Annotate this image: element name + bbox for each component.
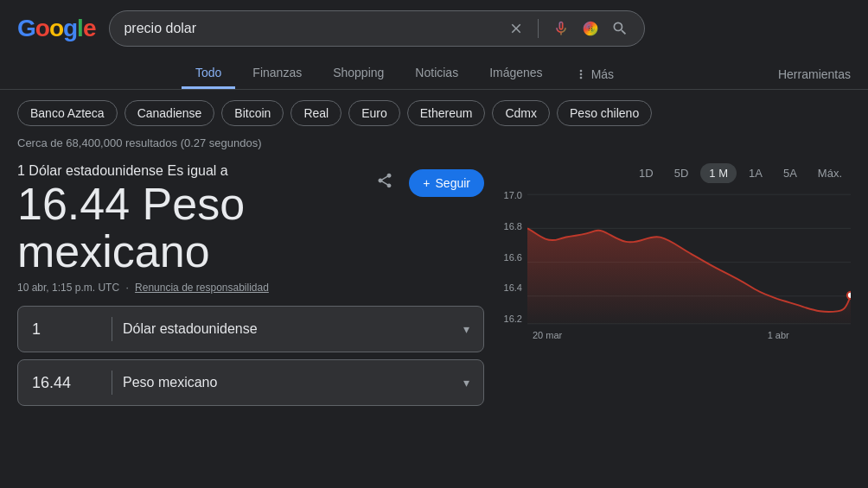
conversion-label: 1 Dólar estadounidense Es igual a 16.44 … [17, 163, 269, 306]
x-label-20mar: 20 mar [533, 330, 562, 340]
time-1d-button[interactable]: 1D [630, 163, 662, 183]
chip-real[interactable]: Real [290, 100, 341, 126]
filter-chips: Banco Azteca Canadiense Bitcoin Real Eur… [0, 90, 868, 136]
google-logo: Google [17, 15, 95, 42]
conversion-value-line1: 16.44 Peso [17, 181, 269, 228]
y-label-4: 16.2 [501, 314, 522, 324]
chip-ethereum[interactable]: Ethereum [407, 100, 486, 126]
tab-todo[interactable]: Todo [182, 59, 235, 89]
header: Google precio dolar [0, 0, 868, 47]
tab-more[interactable]: Más [560, 60, 628, 88]
time-1m-button[interactable]: 1 M [700, 163, 737, 183]
conversion-panel: 1 Dólar estadounidense Es igual a 16.44 … [17, 163, 484, 413]
time-5a-button[interactable]: 5A [775, 163, 806, 183]
search-input[interactable]: precio dolar [124, 21, 498, 36]
time-5d-button[interactable]: 5D [666, 163, 698, 183]
main-card: 1 Dólar estadounidense Es igual a 16.44 … [17, 163, 851, 413]
to-amount-input[interactable]: 16.44 [32, 374, 101, 392]
tab-imagenes[interactable]: Imágenes [475, 59, 556, 89]
chart-panel: 1D 5D 1 M 1A 5A Máx. 17.0 16.8 16.6 16.4… [501, 163, 851, 413]
price-chart [527, 190, 851, 328]
time-max-button[interactable]: Máx. [809, 163, 851, 183]
chevron-down-icon-2: ▾ [463, 376, 469, 390]
y-label-3: 16.4 [501, 282, 522, 293]
converter-divider-1 [112, 317, 112, 341]
conversion-value-line2: mexicano [17, 228, 269, 276]
chip-canadiense[interactable]: Canadiense [124, 100, 215, 126]
follow-button[interactable]: + Seguir [409, 169, 484, 197]
tab-shopping[interactable]: Shopping [319, 59, 398, 89]
chip-bitcoin[interactable]: Bitcoin [221, 100, 284, 126]
chip-peso-chileno[interactable]: Peso chileno [557, 100, 652, 126]
tab-noticias[interactable]: Noticias [401, 59, 472, 89]
chevron-down-icon-1: ▾ [463, 322, 469, 336]
search-button[interactable] [610, 18, 630, 39]
chart-container: 17.0 16.8 16.6 16.4 16.2 [501, 190, 851, 345]
to-currency-label: Peso mexicano [123, 375, 217, 390]
conversion-datetime: 10 abr, 1:15 p.m. UTC · Renuncia de resp… [17, 282, 269, 294]
y-label-0: 17.0 [501, 190, 522, 200]
time-1a-button[interactable]: 1A [740, 163, 771, 183]
chart-area: 17.0 16.8 16.6 16.4 16.2 [501, 190, 851, 328]
follow-plus-icon: + [423, 176, 430, 190]
tools-button[interactable]: Herramientas [761, 60, 868, 88]
nav-tabs: Todo Finanzas Shopping Noticias Imágenes… [0, 52, 868, 90]
chip-banco-azteca[interactable]: Banco Azteca [17, 100, 118, 126]
y-label-1: 16.8 [501, 221, 522, 231]
converter-divider-2 [112, 371, 112, 395]
tab-finanzas[interactable]: Finanzas [239, 59, 316, 89]
chart-y-labels: 17.0 16.8 16.6 16.4 16.2 [501, 190, 527, 324]
search-divider [538, 19, 539, 38]
follow-label: Seguir [436, 176, 470, 190]
search-icons [507, 18, 630, 39]
clear-search-button[interactable] [507, 19, 526, 38]
chart-x-labels: 20 mar 1 abr [501, 328, 851, 340]
disclaimer-link[interactable]: Renuncia de responsabilidad [135, 282, 269, 294]
y-label-2: 16.6 [501, 252, 522, 263]
search-bar: precio dolar [109, 10, 645, 47]
to-converter: 16.44 Peso mexicano ▾ [17, 359, 484, 406]
chip-cdmx[interactable]: Cdmx [492, 100, 550, 126]
from-currency-selector[interactable]: Dólar estadounidense ▾ [123, 321, 469, 337]
from-converter: 1 Dólar estadounidense ▾ [17, 306, 484, 352]
voice-search-button[interactable] [551, 18, 571, 39]
to-currency-selector[interactable]: Peso mexicano ▾ [123, 375, 469, 390]
from-currency-label: Dólar estadounidense [123, 321, 258, 337]
from-amount-input[interactable]: 1 [32, 320, 101, 339]
more-tab-label: Más [591, 67, 614, 81]
results-count: Cerca de 68,400,000 resultados (0.27 seg… [0, 136, 868, 156]
x-label-1abr: 1 abr [768, 330, 789, 340]
chart-time-filters: 1D 5D 1 M 1A 5A Máx. [501, 163, 851, 183]
image-search-button[interactable] [580, 18, 601, 39]
action-buttons: + Seguir [371, 163, 484, 199]
chip-euro[interactable]: Euro [348, 100, 400, 126]
share-button[interactable] [371, 167, 399, 199]
